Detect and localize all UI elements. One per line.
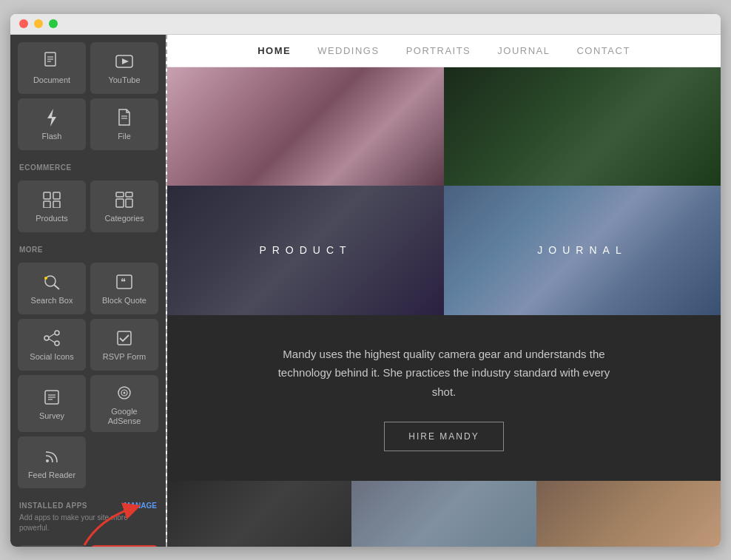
- nav-contact[interactable]: CONTACT: [576, 45, 630, 56]
- google-adsense-label: Google AdSense: [95, 407, 154, 426]
- top-images-grid: [167, 67, 721, 186]
- installed-apps-header: INSTALLED APPS MANAGE: [10, 496, 166, 511]
- svg-point-24: [55, 341, 59, 345]
- svg-rect-12: [53, 201, 60, 208]
- svg-rect-27: [118, 331, 131, 345]
- categories-label: Categories: [104, 214, 144, 223]
- survey-icon: [40, 387, 64, 408]
- svg-text:❝: ❝: [121, 276, 126, 287]
- svg-line-26: [49, 339, 55, 343]
- nav-home[interactable]: HOME: [257, 45, 291, 56]
- journal-overlay-text: JOURNAL: [537, 244, 627, 256]
- google-adsense-icon: [112, 382, 136, 403]
- minimize-button[interactable]: [34, 19, 43, 28]
- more-grid: Search Box ❝ Block Quote: [10, 255, 166, 496]
- bio-section: Mandy uses the highest quality camera ge…: [167, 315, 721, 482]
- document-icon: [40, 51, 64, 72]
- journal-image: JOURNAL: [444, 186, 721, 315]
- bottom-images-grid: [167, 481, 721, 547]
- building-image: [167, 481, 351, 547]
- sidebar-item-youtube[interactable]: YouTube: [90, 42, 158, 94]
- svg-rect-15: [116, 199, 124, 207]
- block-quote-icon: ❝: [112, 271, 136, 292]
- couple2-image: [536, 481, 721, 547]
- svg-point-23: [55, 331, 59, 335]
- bio-text: Mandy uses the highest quality camera ge…: [266, 345, 621, 402]
- flowers-image: [167, 67, 444, 186]
- flash-icon: [40, 107, 64, 128]
- rsvp-form-label: RSVP Form: [103, 352, 146, 362]
- feed-reader-label: Feed Reader: [28, 470, 75, 480]
- file-icon: [112, 107, 136, 128]
- nav-journal[interactable]: JOURNAL: [497, 45, 550, 56]
- sidebar-item-file[interactable]: File: [90, 98, 158, 150]
- svg-rect-10: [53, 192, 60, 199]
- installed-apps-label: INSTALLED APPS: [19, 502, 87, 510]
- sidebar-item-products[interactable]: Products: [18, 181, 86, 232]
- preview-wrapper: HOME WEDDINGS PORTRAITS JOURNAL CONTACT …: [166, 35, 721, 547]
- sidebar-item-social-icons[interactable]: Social Icons: [18, 319, 86, 371]
- maximize-button[interactable]: [49, 19, 58, 28]
- sidebar-item-search-box[interactable]: Search Box: [18, 263, 86, 314]
- search-box-icon: [40, 271, 64, 292]
- rsvp-form-icon: [112, 328, 136, 348]
- top-items-grid: Document YouTube Flash: [10, 35, 166, 158]
- nav-portraits[interactable]: PORTRAITS: [406, 45, 471, 56]
- product-image: PRODUCT: [167, 186, 444, 315]
- titlebar: [10, 14, 721, 35]
- svg-rect-13: [116, 192, 124, 197]
- ecommerce-section-label: ECOMMERCE: [10, 158, 166, 173]
- couple1-image: [351, 481, 536, 547]
- svg-point-22: [44, 336, 49, 340]
- installed-apps-grid: InstaShow Yottie: [10, 538, 166, 547]
- sidebar-item-instashow[interactable]: InstaShow: [18, 545, 86, 547]
- categories-icon: [112, 189, 136, 210]
- sidebar-item-categories[interactable]: Categories: [90, 181, 158, 232]
- sidebar-item-survey[interactable]: Survey: [18, 375, 86, 432]
- sidebar-item-rsvp-form[interactable]: RSVP Form: [90, 319, 158, 371]
- svg-rect-16: [126, 199, 132, 207]
- close-button[interactable]: [19, 19, 28, 28]
- main-content: Document YouTube Flash: [10, 35, 721, 547]
- sidebar-item-google-adsense[interactable]: Google AdSense: [90, 375, 158, 432]
- svg-marker-5: [122, 58, 129, 64]
- more-section-label: MORE: [10, 240, 166, 255]
- nav-weddings[interactable]: WEDDINGS: [317, 45, 380, 56]
- person-image: [444, 67, 721, 186]
- block-quote-label: Block Quote: [102, 296, 146, 306]
- svg-line-25: [49, 334, 55, 337]
- svg-rect-11: [44, 201, 50, 208]
- ecommerce-grid: Products Categories: [10, 173, 166, 240]
- app-window: Document YouTube Flash: [10, 14, 721, 547]
- sidebar: Document YouTube Flash: [10, 35, 166, 547]
- sidebar-item-feed-reader[interactable]: Feed Reader: [18, 436, 86, 488]
- svg-rect-9: [44, 192, 50, 199]
- svg-point-35: [46, 459, 49, 462]
- manage-link[interactable]: MANAGE: [124, 502, 157, 510]
- hire-mandy-button[interactable]: HIRE MANDY: [384, 422, 503, 451]
- flash-label: Flash: [42, 132, 62, 141]
- sidebar-item-flash[interactable]: Flash: [18, 98, 86, 150]
- svg-point-34: [124, 391, 126, 394]
- social-icons-label: Social Icons: [30, 352, 73, 362]
- search-box-label: Search Box: [31, 296, 73, 306]
- svg-marker-6: [47, 109, 56, 126]
- sidebar-item-yottie[interactable]: Yottie: [90, 545, 158, 547]
- sidebar-item-document[interactable]: Document: [18, 42, 86, 94]
- file-label: File: [118, 132, 131, 141]
- svg-point-19: [44, 277, 47, 280]
- svg-line-18: [54, 285, 59, 289]
- feed-reader-icon: [40, 446, 64, 467]
- youtube-icon: [112, 51, 136, 72]
- document-label: Document: [33, 75, 70, 85]
- svg-rect-14: [126, 192, 132, 197]
- products-label: Products: [36, 214, 67, 223]
- social-icons-icon: [40, 328, 64, 348]
- survey-label: Survey: [39, 411, 64, 421]
- products-icon: [40, 189, 64, 210]
- installed-apps-area: InstaShow Yottie: [10, 538, 166, 547]
- mid-images-grid: PRODUCT JOURNAL: [167, 186, 721, 315]
- product-overlay-text: PRODUCT: [259, 244, 351, 256]
- site-nav: HOME WEDDINGS PORTRAITS JOURNAL CONTACT: [167, 35, 721, 67]
- sidebar-item-block-quote[interactable]: ❝ Block Quote: [90, 263, 158, 314]
